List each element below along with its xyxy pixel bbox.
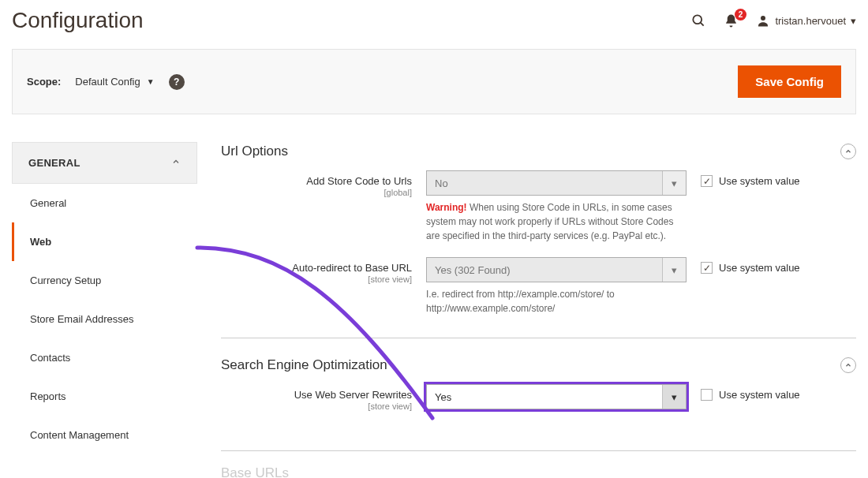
field-note: Warning! When using Store Code in URLs, … <box>426 200 687 243</box>
use-system-label: Use system value <box>719 389 800 401</box>
scope-selected: Default Config <box>75 76 140 88</box>
section-header-url-options[interactable]: Url Options <box>221 142 856 170</box>
section-title: Search Engine Optimization <box>221 357 387 373</box>
sidebar-item-contacts[interactable]: Contacts <box>12 338 197 377</box>
section-title: Url Options <box>221 144 288 159</box>
field-note: I.e. redirect from http://example.com/st… <box>426 287 687 316</box>
field-label: Use Web Server Rewrites <box>294 389 412 401</box>
sidebar-item-general[interactable]: General <box>12 184 197 222</box>
caret-down-icon: ▾ <box>851 15 856 27</box>
field-label: Add Store Code to Urls <box>306 175 412 187</box>
field-scope: [store view] <box>221 401 412 411</box>
field-add-store-code: Add Store Code to Urls [global] No ▾ War… <box>221 170 856 243</box>
scope-select[interactable]: Default Config ▼ <box>75 76 154 88</box>
collapse-icon[interactable] <box>840 144 856 159</box>
svg-point-2 <box>761 16 765 21</box>
sidebar-item-currency-setup[interactable]: Currency Setup <box>12 261 197 300</box>
svg-line-1 <box>701 23 704 26</box>
use-system-checkbox[interactable] <box>701 389 713 401</box>
notifications-icon[interactable]: 2 <box>724 13 739 28</box>
username: tristan.hervouet <box>775 15 846 27</box>
search-icon[interactable] <box>690 13 706 28</box>
auto-redirect-select: Yes (302 Found) ▾ <box>426 257 687 282</box>
field-auto-redirect: Auto-redirect to Base URL [store view] Y… <box>221 257 856 316</box>
section-seo: Search Engine Optimization Use Web Serve… <box>221 356 856 433</box>
sidebar-item-store-email-addresses[interactable]: Store Email Addresses <box>12 300 197 338</box>
use-system-label: Use system value <box>719 262 800 274</box>
field-scope: [global] <box>221 188 412 197</box>
sidebar-group-label: GENERAL <box>28 157 80 169</box>
field-scope: [store view] <box>221 274 412 284</box>
use-system-checkbox[interactable] <box>701 175 713 187</box>
web-server-rewrites-select[interactable]: Yes ▾ <box>426 384 687 409</box>
sidebar-item-web[interactable]: Web <box>12 222 197 261</box>
field-label: Auto-redirect to Base URL <box>292 262 412 274</box>
caret-down-icon: ▾ <box>662 171 686 195</box>
scope-bar: Scope: Default Config ▼ ? Save Config <box>12 49 856 114</box>
save-config-button[interactable]: Save Config <box>738 65 841 98</box>
help-icon[interactable]: ? <box>169 74 185 90</box>
svg-point-0 <box>694 15 702 24</box>
select-value: No <box>435 177 448 189</box>
store-code-select: No ▾ <box>426 170 687 196</box>
use-system-label: Use system value <box>719 175 800 187</box>
select-value: Yes (302 Found) <box>435 264 511 276</box>
caret-down-icon: ▼ <box>147 77 155 86</box>
section-url-options: Url Options Add Store Code to Urls [glob… <box>221 142 856 338</box>
sidebar-group-general[interactable]: GENERAL <box>12 142 197 184</box>
sidebar-item-content-management[interactable]: Content Management <box>12 416 197 454</box>
sidebar: GENERAL General Web Currency Setup Store… <box>12 142 197 478</box>
collapse-icon[interactable] <box>840 357 856 373</box>
select-value: Yes <box>435 391 451 403</box>
section-header-seo[interactable]: Search Engine Optimization <box>221 356 856 384</box>
page-title: Configuration <box>12 8 144 33</box>
chevron-up-icon <box>171 157 181 169</box>
caret-down-icon: ▾ <box>662 385 686 409</box>
field-web-server-rewrites: Use Web Server Rewrites [store view] Yes… <box>221 384 856 411</box>
user-icon <box>756 13 770 28</box>
caret-down-icon: ▾ <box>662 258 686 282</box>
section-title: Base URLs <box>221 465 289 478</box>
sidebar-item-reports[interactable]: Reports <box>12 377 197 416</box>
section-base-urls[interactable]: Base URLs <box>221 450 856 478</box>
use-system-checkbox[interactable] <box>701 262 713 274</box>
user-menu[interactable]: tristan.hervouet ▾ <box>756 13 856 28</box>
notification-badge: 2 <box>735 9 747 21</box>
scope-label: Scope: <box>27 76 61 88</box>
